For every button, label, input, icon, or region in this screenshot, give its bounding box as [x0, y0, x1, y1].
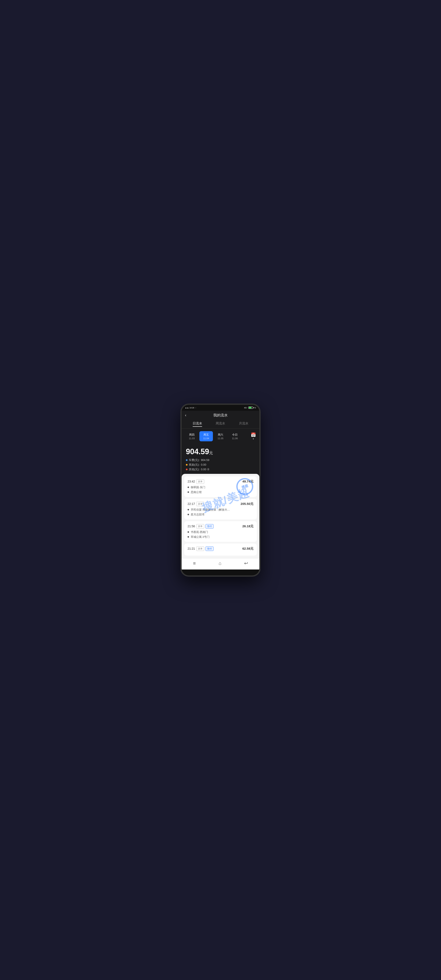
phone-frame: ▲▲ 14:16 ··· 4G↑ 72 ‹ 我的流水 日流水 周流水 月流水 周…: [180, 404, 261, 577]
battery-percent: 72: [254, 407, 256, 409]
tx-time-tags-3: 21:56 派单 垫付: [188, 524, 213, 528]
list-item: 莘城公寓·3号门: [188, 535, 253, 539]
tag-dispatch-3: 派单: [196, 524, 204, 528]
back-button[interactable]: ‹: [185, 413, 186, 417]
tx-route-3: 书香苑·西南门 莘城公寓·3号门: [188, 530, 253, 539]
page-header: ‹ 我的流水: [181, 411, 260, 420]
tx-header-1: 23:42 派单 49.74元: [188, 479, 253, 484]
tx-header-2: 22:17 派单 205.50元: [188, 502, 253, 506]
day-sat[interactable]: 周六 11.05: [214, 431, 227, 441]
tab-daily[interactable]: 日流水: [193, 422, 202, 427]
battery-indicator: [248, 406, 253, 409]
table-row[interactable]: 21:56 派单 垫付 26.18元 书香苑·西南门 莘: [184, 521, 257, 542]
breakdown: 车费(元): 904.59 奖励(元): 0.00 其他(元): 0.00 ②: [186, 458, 255, 471]
bottom-nav: ≡ ⌂ ↩: [181, 558, 260, 570]
breakdown-bonus: 奖励(元): 0.00: [186, 463, 255, 467]
tag-dispatch-1: 派单: [196, 479, 204, 484]
tab-monthly[interactable]: 月流水: [239, 422, 248, 427]
list-item: 御翠园·东门: [188, 485, 253, 489]
list-item: 书香苑·西南门: [188, 530, 253, 534]
tx-route-2: 齐民佳宴·淮扬融合菜（解放大… 星月总部湾: [188, 508, 253, 517]
route-dot: [188, 514, 189, 515]
back-icon[interactable]: ↩: [244, 561, 248, 566]
route-dot: [188, 536, 189, 538]
dot-fare: [186, 459, 188, 461]
tx-time-1: 23:42: [188, 480, 195, 483]
table-row[interactable]: 23:42 派单 49.74元 御翠园·东门 思南公馆: [184, 476, 257, 497]
dot-other: [186, 469, 188, 470]
screen: ‹ 我的流水 日流水 周流水 月流水 周四 11.03 周五 11.04 周六 …: [181, 411, 260, 570]
tab-bar: 日流水 周流水 月流水: [181, 420, 260, 429]
screen-content: 搜就/美超 搜超 904.59元 车费(元): 904.59: [181, 444, 260, 558]
tx-amount-3: 26.18元: [242, 524, 253, 528]
tag-advance-3: 垫付: [205, 524, 213, 528]
breakdown-fare: 车费(元): 904.59: [186, 458, 255, 462]
status-right: 4G↑ 72: [244, 406, 256, 409]
tag-advance-4: 垫付: [205, 546, 213, 551]
tx-time-tags-1: 23:42 派单: [188, 479, 204, 484]
tx-amount-2: 205.50元: [240, 502, 253, 506]
tag-dispatch-2: 派单: [196, 502, 204, 506]
tx-header-4: 21:21 派单 垫付 62.58元: [188, 546, 253, 551]
tx-header-3: 21:56 派单 垫付 26.18元: [188, 524, 253, 528]
tx-time-tags-4: 21:21 派单 垫付: [188, 546, 213, 551]
signal-icon: ▲▲: [185, 407, 189, 409]
status-bar: ▲▲ 14:16 ··· 4G↑ 72: [181, 405, 260, 411]
total-amount: 904.59元: [186, 447, 255, 456]
route-dot: [188, 487, 189, 488]
tag-dispatch-4: 派单: [196, 546, 204, 551]
tx-time-tags-2: 22:17 派单: [188, 502, 204, 506]
signal-4g: 4G↑: [244, 407, 248, 409]
day-today[interactable]: 今日 11.06: [228, 431, 242, 441]
table-row[interactable]: 21:21 派单 垫付 62.58元: [184, 544, 257, 555]
table-row[interactable]: 22:17 派单 205.50元 齐民佳宴·淮扬融合菜（解放大… 星月总部湾: [184, 499, 257, 519]
tx-time-2: 22:17: [188, 502, 195, 506]
route-dot: [188, 492, 189, 493]
tx-amount-4: 62.58元: [242, 547, 253, 551]
day-selector: 周四 11.03 周五 11.04 周六 11.05 今日 11.06 📅 ▼: [181, 429, 260, 444]
page-title: 我的流水: [213, 413, 228, 418]
calendar-icon[interactable]: 📅 ▼: [251, 432, 256, 440]
route-dot: [188, 531, 189, 533]
day-fri[interactable]: 周五 11.04: [199, 431, 213, 441]
time: 14:16: [189, 407, 194, 409]
breakdown-other: 其他(元): 0.00 ②: [186, 468, 255, 471]
list-item: 星月总部湾: [188, 513, 253, 517]
dot-bonus: [186, 464, 188, 466]
home-icon[interactable]: ⌂: [219, 561, 221, 566]
transactions-list: 23:42 派单 49.74元 御翠园·东门 思南公馆: [181, 474, 260, 558]
route-dot: [188, 509, 189, 511]
menu-icon[interactable]: ≡: [193, 561, 196, 566]
tx-amount-1: 49.74元: [242, 480, 253, 484]
day-thu[interactable]: 周四 11.03: [185, 431, 199, 441]
tx-time-4: 21:21: [188, 547, 195, 550]
tx-route-1: 御翠园·东门 思南公馆: [188, 485, 253, 494]
tab-weekly[interactable]: 周流水: [216, 422, 225, 427]
tx-time-3: 21:56: [188, 525, 195, 528]
status-left: ▲▲ 14:16 ···: [185, 407, 196, 409]
list-item: 齐民佳宴·淮扬融合菜（解放大…: [188, 508, 253, 512]
list-item: 思南公馆: [188, 490, 253, 494]
total-section: 904.59元 车费(元): 904.59 奖励(元): 0.00: [181, 444, 260, 474]
